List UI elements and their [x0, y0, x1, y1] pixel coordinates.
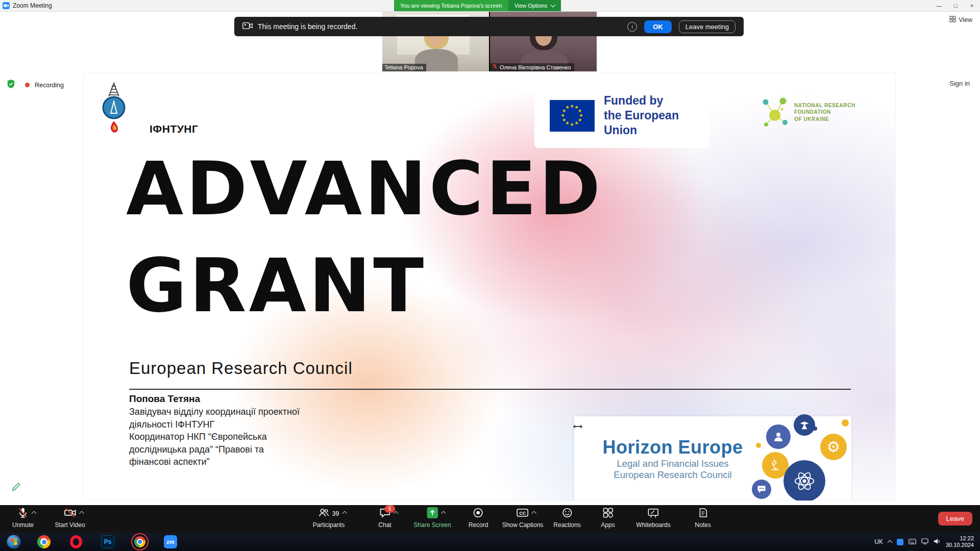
start-button[interactable] — [7, 535, 21, 549]
screen-record-icon — [242, 22, 253, 32]
leave-button[interactable]: Leave — [938, 512, 972, 525]
gear-icon: ⚙ — [820, 434, 847, 460]
university-logo — [89, 81, 138, 136]
network-tray-icon[interactable] — [921, 537, 928, 546]
decorative-dot — [813, 427, 817, 431]
recording-label: Recording — [35, 82, 64, 89]
chat-button[interactable]: 5 Chat — [378, 507, 391, 529]
slide-subtitle: European Research Council — [129, 359, 353, 378]
nrfu-logo: NATIONAL RESEARCH FOUNDATION OF UKRAINE — [760, 94, 855, 131]
eu-flag-icon: ★★ ★★ ★★ ★★ ★★ ★★ — [550, 100, 595, 132]
clock-time: 12:22 — [946, 535, 974, 542]
svg-text:CC: CC — [520, 511, 526, 516]
chevron-up-icon[interactable] — [532, 511, 537, 516]
notes-button[interactable]: Notes — [695, 507, 710, 529]
chevron-up-icon[interactable] — [394, 511, 399, 516]
opera-icon[interactable] — [70, 535, 82, 548]
decorative-dot — [756, 443, 761, 448]
hidden-icons-chevron[interactable] — [887, 540, 892, 545]
slide-title: ADVANCED GRANT — [126, 140, 603, 334]
recording-dot-icon — [25, 83, 30, 87]
start-video-button[interactable]: Start Video — [55, 507, 85, 529]
info-icon[interactable]: i — [627, 22, 637, 32]
notes-icon — [698, 507, 708, 520]
horizon-title: Horizon Europe — [583, 437, 762, 458]
chat-bubble-icon — [752, 480, 771, 499]
photoshop-icon[interactable]: Ps — [101, 535, 114, 548]
whiteboards-button[interactable]: Whiteboards — [636, 507, 670, 529]
horizon-subtitle: European Research Council — [583, 469, 762, 481]
participants-icon — [318, 507, 330, 520]
viewing-screen-label: You are viewing Tetiana Popova's screen — [394, 0, 508, 11]
encryption-shield-icon — [7, 79, 15, 91]
windows-taskbar: Ps zm UK 12:22 30.10.2024 — [0, 533, 980, 551]
show-captions-button[interactable]: CC Show Captions — [502, 507, 544, 529]
author-name: Попова Тетяна — [129, 393, 200, 405]
grid-view-icon — [949, 16, 956, 24]
eu-funding-text: Funded by the European Union — [604, 93, 709, 138]
ok-button[interactable]: OK — [644, 20, 672, 33]
chevron-up-icon[interactable] — [32, 511, 37, 516]
keyboard-tray-icon[interactable] — [909, 537, 916, 546]
horizon-subtitle: Legal and Financial Issues — [583, 458, 762, 469]
record-button[interactable]: Record — [469, 507, 488, 529]
horizon-europe-card: Horizon Europe Legal and Financial Issue… — [574, 416, 851, 500]
annotate-pencil-icon[interactable] — [11, 482, 21, 494]
mic-muted-icon — [17, 507, 29, 520]
person-icon — [766, 424, 791, 449]
camera-off-icon — [64, 507, 76, 520]
recording-message: This meeting is being recorded. — [258, 22, 357, 31]
participant-name-label: Олена Вікторівна Ставенко — [490, 63, 574, 71]
view-options-button[interactable]: View Options — [508, 0, 561, 11]
window-controls: — □ × — [931, 0, 980, 11]
participants-button[interactable]: 39 Participants — [313, 507, 345, 529]
apps-button[interactable]: Apps — [601, 507, 615, 529]
chevron-down-icon — [551, 3, 556, 8]
atom-icon — [783, 460, 825, 500]
maximize-icon[interactable]: □ — [947, 0, 964, 11]
zoom-tray-icon[interactable] — [897, 539, 903, 545]
nrfu-molecule-icon — [760, 94, 789, 131]
taskbar-clock[interactable]: 12:22 30.10.2024 — [946, 535, 974, 548]
chat-icon: 5 — [379, 507, 390, 520]
captions-icon: CC — [517, 507, 529, 520]
reactions-button[interactable]: Reactions — [553, 507, 580, 529]
muted-mic-icon — [492, 64, 498, 70]
nrfu-text: NATIONAL RESEARCH FOUNDATION OF UKRAINE — [794, 102, 855, 123]
language-indicator[interactable]: UK — [874, 538, 883, 545]
chevron-up-icon[interactable] — [79, 511, 84, 516]
zoom-toolbar: Unmute Start Video 39 Participants 5 Cha… — [0, 505, 980, 533]
clock-date: 30.10.2024 — [946, 542, 974, 548]
unmute-button[interactable]: Unmute — [12, 507, 34, 529]
zoom-taskbar-icon[interactable]: zm — [164, 535, 177, 548]
zoom-app-icon — [3, 2, 10, 9]
apps-icon — [602, 507, 614, 520]
chevron-up-icon[interactable] — [342, 511, 347, 516]
volume-tray-icon[interactable] — [934, 537, 941, 546]
window-title: Zoom Meeting — [13, 2, 52, 9]
eu-funding-logo: ★★ ★★ ★★ ★★ ★★ ★★ Funded by the European… — [534, 83, 709, 148]
decorative-dot — [842, 419, 849, 427]
university-name: ІФНТУНГ — [150, 123, 198, 135]
view-layout-button[interactable]: View — [949, 16, 972, 24]
recording-notification-bar: This meeting is being recorded. i OK Lea… — [234, 17, 744, 36]
active-browser-icon[interactable] — [131, 533, 149, 550]
close-icon[interactable]: × — [964, 0, 980, 11]
mouse-cursor — [572, 423, 583, 432]
shared-screen-slide: ІФНТУНГ ★★ ★★ ★★ ★★ ★★ ★★ Funded by the … — [83, 73, 895, 500]
divider-line — [129, 389, 851, 390]
minimize-icon[interactable]: — — [931, 0, 947, 11]
sign-in-link[interactable]: Sign in — [949, 80, 970, 87]
participants-count: 39 — [332, 510, 339, 517]
author-description: Завідувач відділу координації проектної … — [129, 406, 300, 468]
chrome-icon[interactable] — [37, 535, 51, 548]
chat-unread-badge: 5 — [384, 505, 395, 513]
smiley-icon — [561, 507, 573, 520]
chevron-up-icon[interactable] — [441, 511, 446, 516]
leave-meeting-button[interactable]: Leave meeting — [679, 20, 736, 33]
participant-name-label: Tetiana Popova — [382, 64, 426, 71]
share-screen-button[interactable]: Share Screen — [413, 507, 451, 529]
share-screen-icon — [427, 507, 438, 520]
graduate-icon — [794, 414, 815, 436]
screen-share-banner: You are viewing Tetiana Popova's screen … — [394, 0, 561, 11]
